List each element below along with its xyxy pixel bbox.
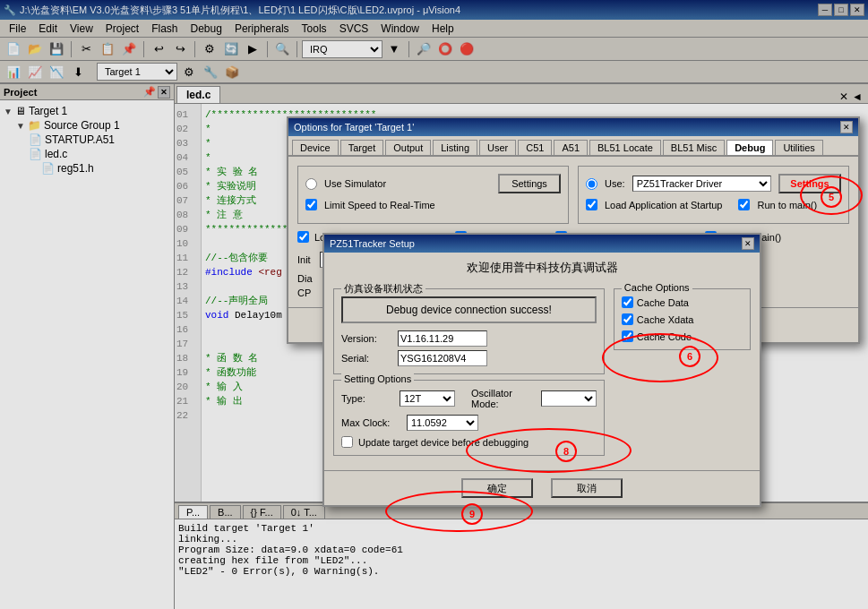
update-label: Update target device before debugging <box>358 437 529 448</box>
cache-data-label: Cache Data <box>637 297 689 308</box>
load-app-row: Load Application at Startup Run to main(… <box>586 199 841 210</box>
pz51-right-panel: Cache Options Cache Data Cache Xdata Cac… <box>614 288 751 461</box>
load-app-label: Load Application at Startup <box>605 200 722 210</box>
limit-speed-check[interactable] <box>305 199 317 210</box>
serial-row: Serial: <box>341 350 597 366</box>
options-tabs: Device Target Output Listing User C51 A5… <box>288 136 858 157</box>
type-label: Type: <box>341 393 392 404</box>
status-text: Debug device connection success! <box>341 296 597 323</box>
cache-code-row: Cache Code <box>622 330 743 342</box>
version-label: Version: <box>341 333 391 344</box>
annotation-5: 5 <box>821 186 842 208</box>
load-app2-check[interactable] <box>297 231 309 243</box>
update-check[interactable] <box>341 436 353 448</box>
tab-user[interactable]: User <box>479 140 516 155</box>
tab-utilities[interactable]: Utilities <box>775 140 822 155</box>
cache-code-label: Cache Code <box>637 331 692 342</box>
cache-group-title: Cache Options <box>622 282 692 293</box>
annotation-6: 6 <box>679 346 700 367</box>
limit-speed-row: Limit Speed to Real-Time <box>305 199 561 210</box>
dia-label: Dia <box>297 273 313 284</box>
type-select[interactable]: 12T <box>400 390 455 407</box>
use-driver-radio[interactable] <box>586 178 597 190</box>
cache-xdata-row: Cache Xdata <box>622 313 743 325</box>
options-close-btn[interactable]: ✕ <box>840 121 853 133</box>
annotation-8: 8 <box>555 441 577 462</box>
osc-select[interactable] <box>541 390 597 407</box>
options-title-text: Options for Target 'Target 1' <box>294 122 414 133</box>
tab-c51[interactable]: C51 <box>518 140 552 155</box>
use-simulator-radio[interactable] <box>305 178 317 190</box>
cache-data-row: Cache Data <box>622 296 743 308</box>
cp-label: CP <box>297 287 311 298</box>
version-row: Version: <box>341 330 597 347</box>
pz51-dialog: PZ51Tracker Setup ✕ 欢迎使用普中科技仿真调试器 仿真设备联机… <box>322 233 761 507</box>
cache-xdata-label: Cache Xdata <box>637 314 694 325</box>
run-to-main-check[interactable] <box>738 199 750 210</box>
tab-listing[interactable]: Listing <box>433 140 477 155</box>
use-driver-row: Use: PZ51Tracker Driver Settings <box>586 174 841 193</box>
pz51-confirm-btn[interactable]: 确定 <box>461 478 533 498</box>
limit-speed-label: Limit Speed to Real-Time <box>324 200 435 210</box>
serial-label: Serial: <box>341 353 391 364</box>
pz51-footer: 确定 取消 <box>324 470 760 505</box>
pz51-title-text: PZ51Tracker Setup <box>330 238 415 249</box>
tab-device[interactable]: Device <box>292 140 339 155</box>
maxclock-label: Max Clock: <box>341 417 400 428</box>
pz51-left-panel: 仿真设备联机状态 Debug device connection success… <box>333 288 605 461</box>
pz51-body: 仿真设备联机状态 Debug device connection success… <box>324 279 760 470</box>
tab-a51[interactable]: A51 <box>554 140 588 155</box>
cache-group: Cache Options Cache Data Cache Xdata Cac… <box>614 288 751 350</box>
cache-code-check[interactable] <box>622 330 633 342</box>
type-row: Type: 12T Oscillator Mode: <box>341 388 597 409</box>
settings-group-title: Setting Options <box>341 373 414 384</box>
maxclock-select[interactable]: 11.0592 <box>407 415 478 431</box>
load-app-check[interactable] <box>586 199 597 210</box>
maxclock-row: Max Clock: 11.0592 <box>341 415 597 431</box>
pz51-close-btn[interactable]: ✕ <box>742 237 754 250</box>
osc-label: Oscillator Mode: <box>471 388 534 409</box>
use-simulator-row: Use Simulator Settings <box>305 174 561 193</box>
serial-input[interactable] <box>398 350 487 366</box>
version-input[interactable] <box>398 330 487 347</box>
cache-data-check[interactable] <box>622 296 633 308</box>
pz51-subtitle: 欢迎使用普中科技仿真调试器 <box>324 253 760 279</box>
use-label: Use: <box>605 178 625 189</box>
tab-bl51-locate[interactable]: BL51 Locate <box>589 140 661 155</box>
run-to-main-label: Run to main() <box>757 200 817 210</box>
pz51-cancel-btn[interactable]: 取消 <box>551 478 623 498</box>
tab-output[interactable]: Output <box>385 140 431 155</box>
tab-target[interactable]: Target <box>340 140 384 155</box>
tab-debug[interactable]: Debug <box>726 140 773 155</box>
init-label: Init <box>297 254 311 265</box>
use-simulator-label: Use Simulator <box>324 178 386 189</box>
driver-select[interactable]: PZ51Tracker Driver <box>632 176 771 192</box>
left-settings-btn[interactable]: Settings <box>498 174 561 193</box>
status-group: 仿真设备联机状态 Debug device connection success… <box>333 288 605 374</box>
options-dialog-title: Options for Target 'Target 1' ✕ <box>288 118 858 136</box>
annotation-9: 9 <box>461 503 483 525</box>
pz51-title-bar: PZ51Tracker Setup ✕ <box>324 235 760 253</box>
tab-bl51-misc[interactable]: BL51 Misc <box>663 140 725 155</box>
pz51-zh-title: 欢迎使用普中科技仿真调试器 <box>467 261 618 274</box>
status-group-title: 仿真设备联机状态 <box>341 282 425 296</box>
cache-xdata-check[interactable] <box>622 313 633 325</box>
